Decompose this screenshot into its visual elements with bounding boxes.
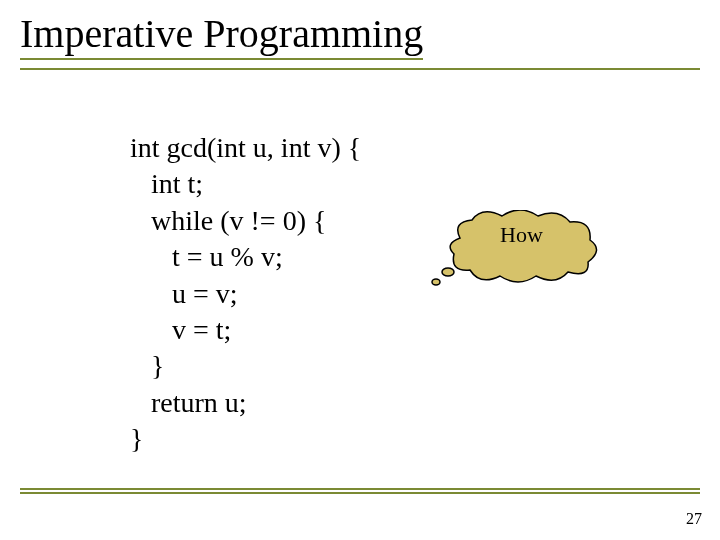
code-line-2: int t; [130, 168, 203, 199]
page-number: 27 [686, 510, 702, 528]
code-line-6: v = t; [130, 314, 231, 345]
code-line-9: } [130, 423, 143, 454]
code-line-1: int gcd(int u, int v) { [130, 132, 361, 163]
code-line-4: t = u % v; [130, 241, 283, 272]
title-rule-wrap: Imperative Programming [20, 12, 700, 70]
code-line-8: return u; [130, 387, 247, 418]
thought-bubble-text: How [500, 222, 543, 248]
slide: Imperative Programming int gcd(int u, in… [0, 0, 720, 540]
code-line-7: } [130, 350, 164, 381]
svg-point-1 [432, 279, 440, 285]
code-block: int gcd(int u, int v) { int t; while (v … [130, 130, 361, 458]
svg-point-0 [442, 268, 454, 276]
bottom-rule-upper [20, 488, 700, 490]
code-line-5: u = v; [130, 278, 238, 309]
bottom-rule-lower [20, 492, 700, 494]
code-line-3: while (v != 0) { [130, 205, 326, 236]
slide-title: Imperative Programming [20, 12, 423, 60]
